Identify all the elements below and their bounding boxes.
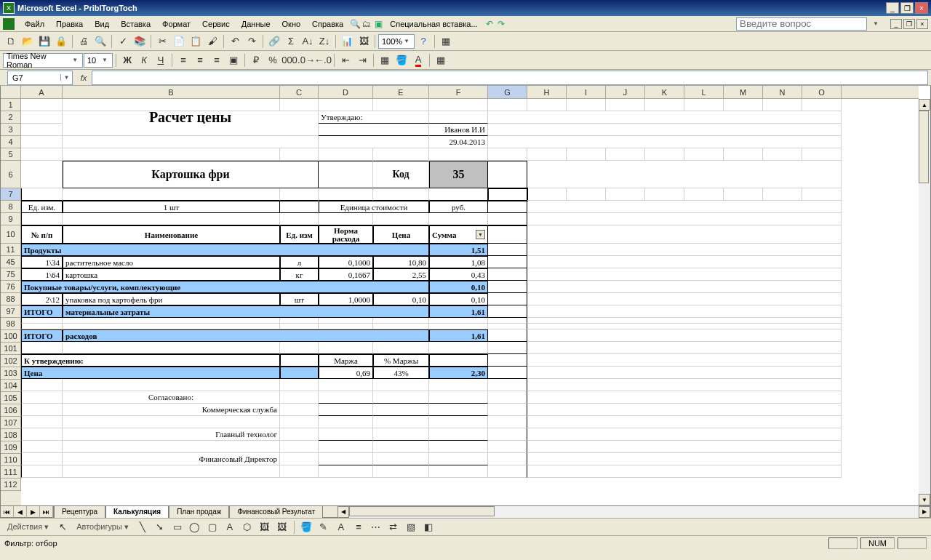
- price-sum[interactable]: 2,30: [429, 367, 488, 379]
- code-label[interactable]: Код: [373, 161, 429, 188]
- row-header-2[interactable]: 2: [1, 111, 21, 124]
- sort-desc-icon[interactable]: Z↓: [316, 33, 332, 49]
- col-header-L[interactable]: L: [684, 86, 724, 98]
- filter-arrow-icon[interactable]: ▼: [476, 230, 485, 239]
- grid[interactable]: Расчет ценыУтверждаю:Иванов И.И29.04.201…: [21, 99, 919, 505]
- row-header-76[interactable]: 76: [1, 281, 21, 293]
- oval-icon[interactable]: ◯: [187, 519, 203, 535]
- merge-icon[interactable]: ▣: [225, 52, 241, 68]
- picture-icon[interactable]: 🖼: [274, 519, 290, 535]
- col-header-M[interactable]: M: [724, 86, 763, 98]
- col-header-N[interactable]: N: [763, 86, 802, 98]
- table-header-h_price[interactable]: Цена: [373, 225, 429, 244]
- cost-unit-label[interactable]: Единица стоимости: [319, 201, 429, 213]
- align-center-icon[interactable]: ≡: [192, 52, 208, 68]
- selected-cell[interactable]: [488, 188, 527, 201]
- research-icon[interactable]: 📚: [132, 33, 148, 49]
- minimize-button[interactable]: _: [886, 2, 899, 14]
- row-header-103[interactable]: 103: [1, 367, 21, 380]
- diagram-icon[interactable]: ⬡: [239, 519, 255, 535]
- workbook-restore-button[interactable]: ❐: [903, 19, 915, 29]
- select-all-corner[interactable]: [1, 86, 21, 99]
- row-header-88[interactable]: 88: [1, 293, 21, 305]
- save-icon[interactable]: 💾: [36, 33, 52, 49]
- row-header-107[interactable]: 107: [1, 417, 21, 429]
- row-header-5[interactable]: 5: [1, 148, 21, 161]
- cut-icon[interactable]: ✂: [154, 33, 170, 49]
- rect-icon[interactable]: ▭: [169, 519, 185, 535]
- wordart-icon[interactable]: A: [222, 519, 238, 535]
- extra-icon[interactable]: ▦: [433, 52, 449, 68]
- autosum-icon[interactable]: Σ: [283, 33, 299, 49]
- increase-indent-icon[interactable]: ⇥: [354, 52, 370, 68]
- workbook-minimize-button[interactable]: _: [890, 19, 902, 29]
- row-header-100[interactable]: 100: [1, 330, 21, 343]
- scroll-up-icon[interactable]: ▲: [919, 99, 930, 111]
- title-cell-b[interactable]: [63, 124, 319, 136]
- sheet-tab-plan[interactable]: План продаж: [169, 506, 229, 518]
- increase-decimal-icon[interactable]: .0→: [298, 52, 314, 68]
- workbook-close-button[interactable]: ×: [916, 19, 928, 29]
- row-header-112[interactable]: 112: [1, 479, 21, 491]
- col-header-H[interactable]: H: [527, 86, 567, 98]
- title-cell[interactable]: Расчет цены: [63, 111, 319, 124]
- percent-icon[interactable]: %: [265, 52, 281, 68]
- pivot-icon[interactable]: ▦: [438, 33, 454, 49]
- row-header-45[interactable]: 45: [1, 256, 21, 268]
- section-products-sum[interactable]: 1,51: [429, 244, 488, 256]
- col-header-G[interactable]: G: [488, 86, 527, 98]
- scroll-down-icon[interactable]: ▼: [919, 494, 930, 505]
- fill-color2-icon[interactable]: 🪣: [298, 519, 314, 535]
- table-header-h_sum[interactable]: Сумма▼: [429, 225, 488, 244]
- cost-unit-value[interactable]: руб.: [429, 201, 488, 213]
- section-products[interactable]: Продукты: [21, 244, 429, 256]
- bold-icon[interactable]: Ж: [119, 52, 135, 68]
- row-header-104[interactable]: 104: [1, 380, 21, 392]
- italic-icon[interactable]: К: [136, 52, 152, 68]
- clipart-icon[interactable]: 🖼: [257, 519, 273, 535]
- research2-icon[interactable]: 🗂: [361, 18, 372, 30]
- col-header-J[interactable]: J: [606, 86, 645, 98]
- undo-icon[interactable]: ↶: [227, 33, 243, 49]
- copy-icon[interactable]: 📄: [171, 33, 187, 49]
- vertical-scrollbar[interactable]: ▲ ▼: [919, 99, 930, 505]
- drawing-icon[interactable]: 🖼: [356, 33, 372, 49]
- sheet-tab-fin[interactable]: Финансовый Результат: [229, 506, 323, 518]
- col-header-A[interactable]: A: [21, 86, 63, 98]
- row-header-102[interactable]: 102: [1, 355, 21, 367]
- col-header-B[interactable]: B: [63, 86, 280, 98]
- section-goods[interactable]: Покупные товары/услуги, комплектующие: [21, 281, 429, 293]
- format-painter-icon[interactable]: 🖌: [204, 33, 220, 49]
- menu-format[interactable]: Формат: [156, 18, 196, 30]
- actions-menu[interactable]: Действия ▾: [3, 522, 53, 532]
- 3d-icon[interactable]: ◧: [420, 519, 436, 535]
- sheet-tab-receptura[interactable]: Рецептура: [54, 506, 105, 518]
- tab-last-icon[interactable]: ⏭: [40, 506, 53, 518]
- paste-icon[interactable]: 📋: [188, 33, 204, 49]
- spellcheck-icon[interactable]: ✓: [115, 33, 131, 49]
- close-button[interactable]: ×: [915, 2, 928, 14]
- row-header-75[interactable]: 75: [1, 268, 21, 281]
- total-exp[interactable]: расходов: [63, 329, 429, 342]
- row-header-98[interactable]: 98: [1, 318, 21, 330]
- help-icon[interactable]: ?: [415, 33, 431, 49]
- print-icon[interactable]: 🖨: [76, 33, 92, 49]
- menu-service[interactable]: Сервис: [196, 18, 236, 30]
- decrease-decimal-icon[interactable]: ←.0: [315, 52, 331, 68]
- font-selector[interactable]: Times New Roman▼: [3, 53, 83, 68]
- price-label[interactable]: Цена: [21, 367, 280, 379]
- dish-cell[interactable]: Картошка фри: [63, 161, 319, 188]
- line-style-icon[interactable]: ≡: [351, 519, 367, 535]
- menu-window[interactable]: Окно: [276, 18, 307, 30]
- font-color-icon[interactable]: A: [410, 52, 426, 68]
- code-value[interactable]: 35: [429, 161, 488, 188]
- redo-icon[interactable]: ↷: [244, 33, 260, 49]
- research-icon[interactable]: 🔍: [349, 18, 361, 30]
- menu-data[interactable]: Данные: [236, 18, 276, 30]
- underline-icon[interactable]: Ч: [153, 52, 169, 68]
- unit-value[interactable]: 1 шт: [63, 201, 280, 213]
- formula-input[interactable]: [92, 71, 928, 85]
- size-selector[interactable]: 10▼: [84, 53, 113, 68]
- arrow-icon[interactable]: ➘: [152, 519, 168, 535]
- row-header-1[interactable]: 1: [1, 99, 21, 111]
